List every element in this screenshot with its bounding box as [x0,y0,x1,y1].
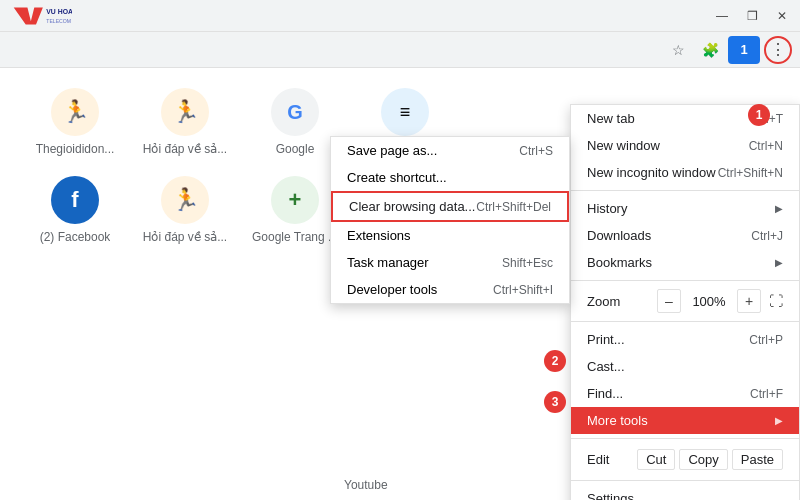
submenu-extensions[interactable]: Extensions [331,222,569,249]
shortcut-facebook[interactable]: f (2) Facebook [30,176,120,244]
shortcut-hoidap2[interactable]: 🏃 Hỏi đáp về sả... [140,176,230,244]
minimize-button[interactable]: — [708,4,736,28]
shortcut-label: Google Trang ... [252,230,338,244]
shortcut-icon: f [51,176,99,224]
browser-toolbar: ☆ 🧩 1 ⋮ [0,32,800,68]
cut-button[interactable]: Cut [637,449,675,470]
step-1-badge: 1 [748,104,770,126]
copy-button[interactable]: Copy [679,449,727,470]
menu-cast[interactable]: Cast... [571,353,799,380]
chrome-menu-button[interactable]: ⋮ [764,36,792,64]
star-icon[interactable]: ☆ [664,36,692,64]
fullscreen-icon[interactable]: ⛶ [769,293,783,309]
menu-new-window[interactable]: New window Ctrl+N [571,132,799,159]
submenu-save-page[interactable]: Save page as... Ctrl+S [331,137,569,164]
shortcut-icon: 🏃 [51,88,99,136]
shortcut-label: Hỏi đáp về sả... [143,142,227,156]
youtube-label: Youtube [344,478,388,492]
shortcut-label: Thegioididon... [36,142,115,156]
close-button[interactable]: ✕ [768,4,796,28]
shortcut-icon: 🏃 [161,176,209,224]
svg-text:TELECOM: TELECOM [46,18,71,24]
menu-divider [571,438,799,439]
submenu-clear-browsing[interactable]: Clear browsing data... Ctrl+Shift+Del [331,191,569,222]
svg-marker-0 [14,7,43,24]
shortcut-label: Google [276,142,315,156]
shortcut-label: (2) Facebook [40,230,111,244]
menu-more-tools[interactable]: More tools ▶ [571,407,799,434]
shortcut-thegioididong[interactable]: 🏃 Thegioididon... [30,88,120,156]
step-2-badge: 2 [544,350,566,372]
zoom-in-button[interactable]: + [737,289,761,313]
maximize-button[interactable]: ❒ [738,4,766,28]
zoom-control: Zoom – 100% + ⛶ [571,285,799,317]
menu-divider [571,321,799,322]
extensions-icon[interactable]: 🧩 [696,36,724,64]
svg-text:VU HOANG: VU HOANG [46,8,72,15]
menu-divider [571,280,799,281]
title-bar: VU HOANG TELECOM — ❒ ✕ [0,0,800,32]
paste-button[interactable]: Paste [732,449,783,470]
window-controls: — ❒ ✕ [708,4,796,28]
menu-find[interactable]: Find... Ctrl+F [571,380,799,407]
menu-divider [571,480,799,481]
menu-divider [571,190,799,191]
step-3-badge: 3 [544,391,566,413]
menu-history[interactable]: History ▶ [571,195,799,222]
shortcut-label: Hỏi đáp về sả... [143,230,227,244]
submenu-create-shortcut[interactable]: Create shortcut... [331,164,569,191]
menu-incognito[interactable]: New incognito window Ctrl+Shift+N [571,159,799,186]
shortcut-icon: + [271,176,319,224]
submenu-task-manager[interactable]: Task manager Shift+Esc [331,249,569,276]
app-logo: VU HOANG TELECOM [12,4,72,28]
shortcut-hoidap1[interactable]: 🏃 Hỏi đáp về sả... [140,88,230,156]
more-tools-submenu: Save page as... Ctrl+S Create shortcut..… [330,136,570,304]
menu-bookmarks[interactable]: Bookmarks ▶ [571,249,799,276]
shortcut-google-trang[interactable]: + Google Trang ... [250,176,340,244]
shortcut-icon: ≡ [381,88,429,136]
shortcut-google[interactable]: G Google [250,88,340,156]
menu-settings[interactable]: Settings [571,485,799,500]
shortcut-icon: 🏃 [161,88,209,136]
profile-button[interactable]: 1 [728,36,760,64]
menu-print[interactable]: Print... Ctrl+P [571,326,799,353]
submenu-developer-tools[interactable]: Developer tools Ctrl+Shift+I [331,276,569,303]
menu-downloads[interactable]: Downloads Ctrl+J [571,222,799,249]
main-content: 🏃 Thegioididon... 🏃 Hỏi đáp về sả... G G… [0,68,800,500]
chrome-menu: New tab Ctrl+T New window Ctrl+N New inc… [570,104,800,500]
zoom-value: 100% [689,294,729,309]
zoom-out-button[interactable]: – [657,289,681,313]
shortcut-icon: G [271,88,319,136]
menu-edit: Edit Cut Copy Paste [571,443,799,476]
